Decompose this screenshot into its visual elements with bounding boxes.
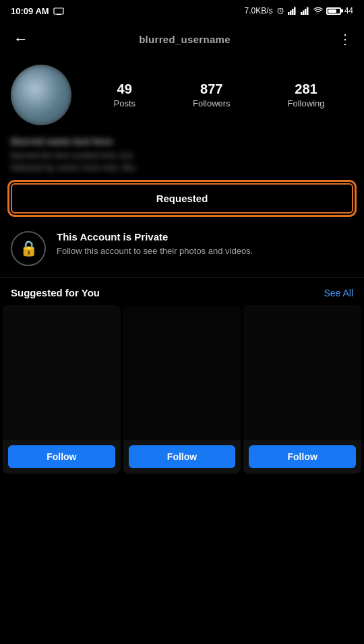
header-username: blurred_username	[139, 34, 231, 45]
posts-count: 49	[117, 82, 132, 97]
private-account-description: Follow this account to see their photos …	[57, 245, 253, 257]
following-label: Following	[288, 98, 325, 108]
follow-button-2[interactable]: Follow	[129, 445, 236, 468]
private-account-title: This Account is Private	[57, 231, 253, 243]
svg-rect-0	[54, 8, 63, 14]
suggested-card: Follow	[123, 305, 241, 474]
see-all-button[interactable]: See All	[324, 288, 353, 298]
suggested-header: Suggested for You See All	[0, 278, 364, 305]
battery-icon	[326, 7, 341, 15]
action-section: Requested	[0, 176, 364, 220]
status-time: 10:09 AM	[11, 6, 64, 16]
card-footer-3: Follow	[243, 440, 361, 474]
svg-rect-10	[294, 7, 296, 15]
screen-icon	[53, 7, 64, 15]
svg-line-5	[278, 8, 279, 9]
svg-rect-13	[305, 9, 307, 15]
svg-rect-1	[57, 14, 61, 15]
lock-icon-container: 🔒	[11, 231, 46, 266]
followers-count: 877	[200, 82, 222, 97]
time-display: 10:09 AM	[11, 6, 49, 16]
more-options-button[interactable]: ⋮	[338, 32, 353, 46]
private-account-section: 🔒 This Account is Private Follow this ac…	[0, 220, 364, 277]
suggested-card-partial: Follow	[243, 305, 361, 474]
signal-icon	[288, 7, 297, 15]
bio-section: blurred name text here blurred bio text …	[0, 136, 364, 176]
card-footer-2: Follow	[123, 440, 241, 474]
stats-container: 49 Posts 877 Followers 281 Following	[85, 82, 353, 108]
svg-rect-8	[290, 11, 292, 15]
navigation-header: ← blurred_username ⋮	[0, 22, 364, 57]
suggested-card: Follow	[3, 305, 121, 474]
card-image-3	[243, 305, 361, 440]
svg-rect-14	[307, 7, 309, 15]
following-stat[interactable]: 281 Following	[288, 82, 325, 108]
card-footer-1: Follow	[3, 440, 121, 474]
suggested-cards-container: Follow Follow Follow	[0, 305, 364, 474]
card-image-2	[123, 305, 241, 440]
svg-rect-12	[303, 11, 305, 15]
lock-icon: 🔒	[20, 240, 38, 257]
alarm-icon	[276, 7, 284, 15]
status-icons: 7.0KB/s	[245, 6, 353, 15]
suggested-title: Suggested for You	[11, 287, 100, 298]
posts-label: Posts	[113, 98, 135, 108]
profile-section: 49 Posts 877 Followers 281 Following	[0, 57, 364, 136]
followers-stat[interactable]: 877 Followers	[193, 82, 231, 108]
avatar	[11, 65, 71, 125]
back-button[interactable]: ←	[11, 28, 31, 51]
profile-top-row: 49 Posts 877 Followers 281 Following	[11, 65, 353, 125]
following-count: 281	[295, 82, 317, 97]
svg-line-4	[280, 11, 282, 12]
profile-name: blurred name text here	[11, 136, 353, 147]
svg-rect-7	[288, 12, 290, 15]
bio-description: blurred bio text content line onefollowe…	[11, 150, 353, 174]
private-account-text: This Account is Private Follow this acco…	[57, 231, 253, 257]
battery-percent: 44	[344, 6, 353, 15]
requested-button[interactable]: Requested	[11, 183, 353, 214]
signal-icon-2	[301, 7, 310, 15]
status-bar: 10:09 AM 7.0KB/s	[0, 0, 364, 22]
wifi-icon	[313, 7, 323, 15]
svg-rect-9	[292, 9, 294, 15]
network-speed: 7.0KB/s	[245, 6, 273, 15]
posts-stat: 49 Posts	[113, 82, 135, 108]
followers-label: Followers	[193, 98, 231, 108]
follow-button-3[interactable]: Follow	[249, 445, 356, 468]
svg-rect-11	[301, 12, 303, 15]
follow-button-1[interactable]: Follow	[8, 445, 115, 468]
card-image-1	[3, 305, 121, 440]
svg-line-6	[282, 8, 283, 9]
